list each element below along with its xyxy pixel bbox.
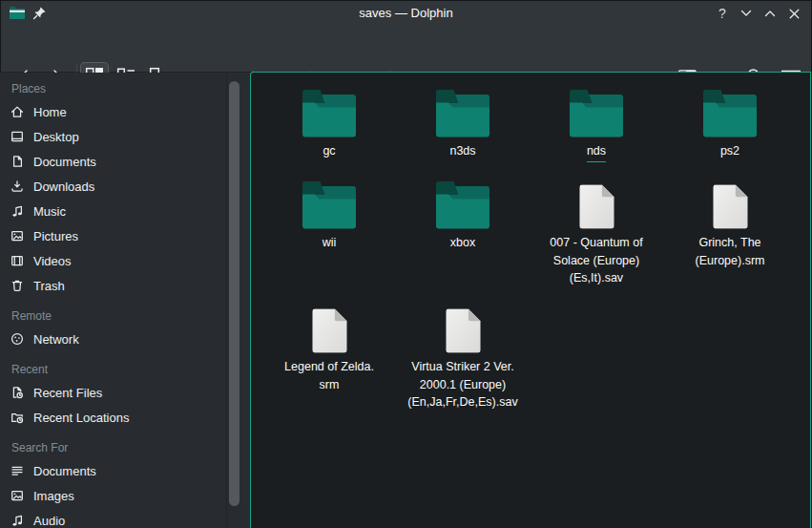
music-note-icon bbox=[10, 513, 25, 528]
folder-icon bbox=[570, 90, 623, 137]
sidebar-item-label: Music bbox=[33, 204, 66, 219]
folder-item-xbox[interactable]: xbox bbox=[396, 180, 530, 287]
close-icon bbox=[789, 9, 800, 19]
sidebar-item-recent-locations[interactable]: Recent Locations bbox=[0, 405, 226, 430]
folder-icon bbox=[703, 90, 757, 137]
recent-folder-icon bbox=[10, 410, 25, 425]
chevron-down-icon bbox=[740, 10, 752, 17]
sidebar-item-label: Home bbox=[33, 105, 67, 119]
window-title: saves — Dolphin bbox=[0, 0, 812, 27]
folder-icon bbox=[302, 90, 356, 137]
file-item-007-quantum-of-solace[interactable]: 007 - Quantum of Solace (Europe) (Es,It)… bbox=[530, 180, 663, 287]
sidebar-scrollbar[interactable] bbox=[229, 81, 239, 506]
folder-item-wii[interactable]: wii bbox=[262, 180, 396, 287]
sidebar-item-label: Documents bbox=[33, 464, 96, 478]
dolphin-window: saves — Dolphin ? bbox=[0, 0, 812, 528]
item-label: n3ds bbox=[449, 142, 475, 160]
network-icon bbox=[10, 331, 25, 347]
desktop-icon bbox=[10, 129, 25, 144]
folder-icon bbox=[436, 90, 489, 137]
text-lines-icon bbox=[10, 463, 25, 478]
folder-item-nds[interactable]: nds bbox=[530, 88, 663, 162]
toolbar: Home retrodeck saves Split bbox=[0, 27, 812, 73]
folder-item-n3ds[interactable]: n3ds bbox=[396, 88, 530, 162]
sidebar-item-label: Audio bbox=[33, 514, 65, 528]
file-icon bbox=[713, 184, 748, 229]
sidebar-item-label: Recent Files bbox=[33, 386, 102, 400]
sidebar-item-documents[interactable]: Documents bbox=[0, 149, 226, 174]
file-item-grinch-the[interactable]: Grinch, The (Europe).srm bbox=[663, 180, 797, 287]
folder-view[interactable]: gc n3ds nds ps2 wii xbox bbox=[250, 72, 811, 528]
file-icon bbox=[579, 184, 614, 229]
maximize-button[interactable] bbox=[760, 3, 781, 24]
file-icon bbox=[446, 308, 481, 353]
sidebar-item-home[interactable]: Home bbox=[0, 99, 226, 124]
sidebar-item-label: Documents bbox=[33, 155, 96, 169]
music-note-icon bbox=[10, 203, 25, 219]
sidebar-item-music[interactable]: Music bbox=[0, 199, 226, 223]
sidebar-item-label: Downloads bbox=[33, 180, 94, 194]
sidebar-item-label: Trash bbox=[33, 279, 65, 293]
section-header-remote: Remote bbox=[0, 306, 226, 327]
file-item-legend-of-zelda[interactable]: Legend of Zelda. srm bbox=[262, 304, 396, 412]
panel-separator bbox=[226, 73, 227, 528]
sidebar-item-search-images[interactable]: Images bbox=[0, 483, 226, 508]
sidebar-item-label: Videos bbox=[33, 254, 72, 268]
folder-item-gc[interactable]: gc bbox=[262, 88, 396, 162]
sidebar-item-trash[interactable]: Trash bbox=[0, 273, 226, 298]
sidebar-item-recent-files[interactable]: Recent Files bbox=[0, 380, 226, 405]
help-button[interactable]: ? bbox=[712, 3, 733, 24]
file-icon bbox=[312, 308, 347, 353]
sidebar-item-network[interactable]: Network bbox=[0, 327, 226, 351]
home-icon bbox=[10, 104, 25, 119]
item-label: wii bbox=[323, 234, 337, 252]
section-header-places: Places bbox=[0, 78, 226, 99]
item-label: Legend of Zelda. srm bbox=[284, 358, 374, 393]
item-label: Virtua Striker 2 Ver. 2000.1 (Europe) (E… bbox=[407, 358, 517, 412]
item-label: 007 - Quantum of Solace (Europe) (Es,It)… bbox=[550, 234, 642, 287]
picture-icon bbox=[10, 228, 25, 243]
section-header-search-for: Search For bbox=[0, 437, 226, 458]
minimize-button[interactable] bbox=[736, 3, 757, 24]
document-icon bbox=[10, 154, 25, 169]
sidebar-item-label: Network bbox=[33, 332, 79, 347]
picture-icon bbox=[10, 488, 25, 503]
film-icon bbox=[10, 253, 25, 268]
chevron-up-icon bbox=[764, 10, 776, 17]
item-label: gc bbox=[323, 142, 335, 160]
sidebar-item-videos[interactable]: Videos bbox=[0, 248, 226, 273]
sidebar-item-downloads[interactable]: Downloads bbox=[0, 174, 226, 199]
item-label: ps2 bbox=[720, 142, 739, 160]
sidebar-item-label: Images bbox=[33, 489, 74, 503]
sidebar-item-pictures[interactable]: Pictures bbox=[0, 223, 226, 248]
item-label: nds bbox=[587, 142, 606, 162]
sidebar-item-label: Recent Locations bbox=[33, 411, 129, 425]
sidebar-item-search-documents[interactable]: Documents bbox=[0, 458, 226, 483]
close-button[interactable] bbox=[783, 3, 804, 24]
section-header-recent: Recent bbox=[0, 359, 226, 380]
sidebar-item-search-audio[interactable]: Audio bbox=[0, 508, 226, 528]
download-icon bbox=[10, 179, 25, 194]
sidebar-item-desktop[interactable]: Desktop bbox=[0, 124, 226, 149]
item-label: Grinch, The (Europe).srm bbox=[696, 234, 765, 269]
sidebar-item-label: Pictures bbox=[33, 229, 78, 243]
places-panel: Places Home Desktop Documents Downloads … bbox=[0, 73, 250, 528]
folder-item-ps2[interactable]: ps2 bbox=[663, 88, 797, 162]
trash-icon bbox=[10, 278, 25, 293]
recent-file-icon bbox=[10, 385, 25, 400]
file-item-virtua-striker-2[interactable]: Virtua Striker 2 Ver. 2000.1 (Europe) (E… bbox=[396, 304, 530, 412]
item-label: xbox bbox=[450, 234, 475, 252]
titlebar[interactable]: saves — Dolphin ? bbox=[0, 0, 812, 27]
folder-icon bbox=[302, 181, 356, 229]
folder-icon bbox=[436, 181, 489, 229]
sidebar-item-label: Desktop bbox=[33, 130, 79, 144]
